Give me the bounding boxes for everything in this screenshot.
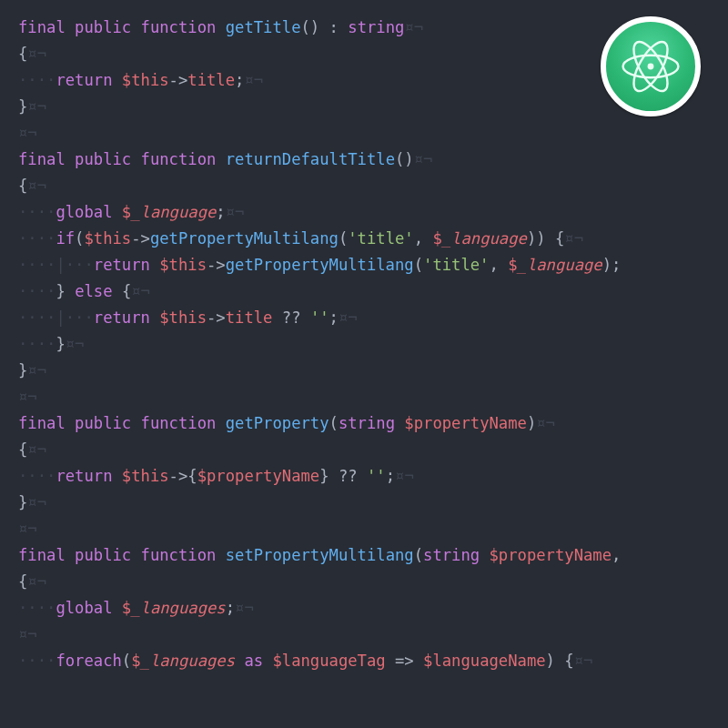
code-line[interactable]: ¤¬ [0,622,728,648]
token-inv [555,652,564,670]
code-line[interactable]: ····} else {¤¬ [0,278,728,305]
code-line[interactable]: ····global $_languages;¤¬ [0,595,728,622]
token-pun: { [187,467,197,485]
token-inv: ¤¬ [27,97,46,116]
token-inv [499,256,508,274]
token-inv: ¤¬ [574,652,593,670]
token-inv: ¤¬ [536,414,555,432]
token-inv [329,467,339,485]
token-inv [66,150,75,168]
token-arrow: -> [207,256,226,274]
token-arrow: -> [169,71,188,89]
token-inv: ¤¬ [27,440,46,459]
token-inv: ···· [18,229,56,248]
token-type: string [423,546,480,564]
token-type: string [339,414,395,432]
code-line[interactable]: ¤¬ [0,384,728,410]
token-brace: { [18,177,27,195]
code-line[interactable]: {¤¬ [0,173,728,199]
token-pun: ( [339,229,348,248]
code-line[interactable]: ····if($this->getPropertyMultilang('titl… [0,226,728,252]
token-inv: ···· [18,282,56,300]
code-line[interactable]: ····global $_language;¤¬ [0,199,728,226]
token-inv: ¤¬ [27,572,46,591]
svg-point-3 [648,64,654,70]
token-kw: final [18,150,66,168]
token-brace: } [18,361,27,379]
token-fn: setPropertyMultilang [226,546,414,564]
token-inv: ¤¬ [414,150,433,168]
token-kw: function [141,546,217,564]
token-inv: ···· [18,652,56,670]
token-var: $languageTag [272,652,385,670]
code-line[interactable]: ····return $this->{$propertyName} ?? '';… [0,463,728,490]
token-inv [113,599,122,617]
code-line[interactable]: final public function returnDefaultTitle… [0,147,728,173]
code-line[interactable]: ····}¤¬ [0,331,728,358]
token-inv: ¤¬ [27,45,46,63]
token-var: $this [84,229,131,248]
code-line[interactable]: ····|···return $this->title ?? '';¤¬ [0,305,728,331]
token-var: $this [159,256,207,274]
token-inv [423,229,432,248]
token-inv: ¤¬ [226,203,245,221]
token-inv: ¤¬ [131,282,150,300]
token-inv: ¤¬ [27,361,46,379]
token-inv [131,18,140,36]
token-varu: _language [442,229,527,248]
code-line[interactable]: ····|···return $this->getPropertyMultila… [0,252,728,278]
token-brace: } [18,493,27,511]
code-line[interactable]: final public function setPropertyMultila… [0,542,728,569]
token-inv [66,414,75,432]
token-brace: { [18,440,27,459]
token-kw: final [18,414,66,432]
token-pun: ( [75,229,84,248]
token-kw: return [56,467,112,485]
token-inv: ¤¬ [339,308,358,327]
token-pun: () [301,18,320,36]
code-line[interactable]: {¤¬ [0,437,728,463]
token-brace: { [18,45,27,63]
token-kw: foreach [56,652,121,670]
token-kw: function [141,150,217,168]
token-var: $languageName [423,652,546,670]
token-inv [546,229,555,248]
token-inv [66,282,75,300]
token-inv [216,18,225,36]
token-fn: getPropertyMultilang [226,256,414,274]
token-prop: title [187,71,235,89]
token-prop: title [226,308,273,327]
code-editor[interactable]: final public function getTitle() : strin… [0,0,728,728]
code-line[interactable]: {¤¬ [0,569,728,595]
token-kw: public [75,414,131,432]
token-inv [66,546,75,564]
token-kw: global [56,599,112,617]
token-arrow: -> [207,308,226,327]
token-varu: _languages [131,599,225,617]
code-line[interactable]: ¤¬ [0,120,728,147]
token-kw: public [75,150,131,168]
token-pun: ) [527,414,536,432]
token-kw: return [94,308,150,327]
token-pun: ( [414,256,423,274]
atom-logo-icon [601,16,701,116]
token-inv [113,467,122,485]
token-brace: { [18,572,27,591]
code-line[interactable]: ····foreach($_languages as $languageTag … [0,648,728,674]
token-brace: { [564,652,573,670]
token-kw: return [56,71,112,89]
token-inv [272,308,281,327]
token-inv [131,414,140,432]
token-kw: return [94,256,150,274]
token-kw: as [244,652,263,670]
token-inv: ¤¬ [564,229,583,248]
token-varu: _language [131,203,216,221]
code-line[interactable]: }¤¬ [0,358,728,384]
code-line[interactable]: final public function getProperty(string… [0,410,728,437]
token-pun: )) [527,229,546,248]
token-inv: ···· [18,467,56,485]
code-line[interactable]: }¤¬ [0,490,728,516]
token-inv: ¤¬ [244,71,263,89]
token-kw: function [141,18,217,36]
code-line[interactable]: ¤¬ [0,516,728,542]
